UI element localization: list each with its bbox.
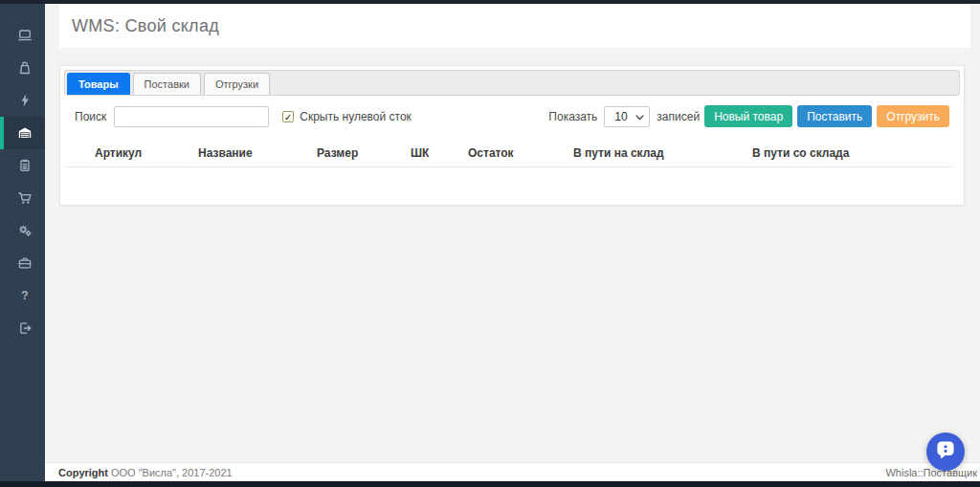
sidebar-item-services[interactable] [0,247,45,279]
window-bottom-strip [0,481,980,487]
supply-button[interactable]: Поставить [797,105,872,127]
sidebar-item-terminal[interactable] [0,19,45,52]
window-top-strip [0,0,980,4]
hide-zero-stock-checkbox[interactable]: ✓ Скрыть нулевой сток [282,110,412,123]
copyright-bold: Copyright [58,467,108,478]
col-header-barcode[interactable]: ШК [411,142,468,167]
page-size-select[interactable]: 10 [604,106,650,127]
tab-supplies[interactable]: Поставки [133,73,201,95]
checkbox-label: Скрыть нулевой сток [300,110,412,123]
copyright-text: CopyrightООО "Висла", 2017-2021 [58,467,233,478]
sidebar-item-orders[interactable] [0,182,45,214]
cogs-icon [17,223,33,238]
tabstrip: Товары Поставки Отгрузки [64,70,960,96]
content-card: Товары Поставки Отгрузки Поиск ✓ Скрыть … [59,65,965,206]
sidebar-item-logout[interactable] [0,312,45,344]
page-title: WMS: Свой склад [59,5,970,36]
products-table: Артикул Название Размер ШК Остаток В пут… [64,142,954,215]
header-card: WMS: Свой склад [59,5,970,48]
col-header-outbound[interactable]: В пути со склада [752,142,954,167]
sidebar-item-flash[interactable] [0,84,45,117]
empty-table-body [64,167,954,215]
sidebar-item-tasks[interactable] [0,149,45,182]
monitor-icon [17,28,33,43]
sidebar-item-settings[interactable] [0,214,45,247]
sidebar-item-help[interactable]: ? [0,279,45,312]
help-icon: ? [17,288,33,303]
sidebar: ? [0,4,45,481]
briefcase-icon [17,255,33,271]
page-size-value: 10 [614,110,627,123]
toolbar: Поиск ✓ Скрыть нулевой сток Показать 10 … [64,105,960,127]
tab-shipments[interactable]: Отгрузки [204,73,270,95]
sidebar-item-warehouse[interactable] [0,117,45,149]
ship-button[interactable]: Отгрузить [877,105,949,127]
app-role-label: Whisla::Поставщик [885,467,977,478]
col-header-size[interactable]: Размер [317,142,411,167]
col-header-name[interactable]: Название [198,142,317,167]
svg-text:?: ? [21,289,28,302]
new-product-button[interactable]: Новый товар [704,105,792,127]
footer: CopyrightООО "Висла", 2017-2021 Whisla::… [45,462,980,481]
table-header-row: Артикул Название Размер ШК Остаток В пут… [64,142,954,167]
checkbox-check-icon: ✓ [282,111,294,122]
tab-goods[interactable]: Товары [67,73,130,95]
cart-icon [17,190,33,206]
logout-icon [17,321,33,336]
clipboard-icon [17,158,33,173]
bag-icon [17,60,33,76]
sidebar-item-products[interactable] [0,52,45,84]
search-input[interactable] [114,106,269,127]
search-label: Поиск [75,110,106,123]
col-header-article[interactable]: Артикул [64,142,198,167]
col-header-inbound[interactable]: В пути на склад [573,142,752,167]
records-label: записей [657,110,700,123]
chat-widget-button[interactable] [926,432,965,471]
col-header-stock[interactable]: Остаток [468,142,573,167]
chat-bubble-icon [934,438,957,465]
chevron-down-icon [635,110,644,123]
show-label: Показать [548,110,597,123]
wms-app: ? WMS: Свой склад Товары Поставки Отгруз… [0,0,980,487]
bolt-icon [17,93,33,108]
warehouse-icon [17,125,33,141]
